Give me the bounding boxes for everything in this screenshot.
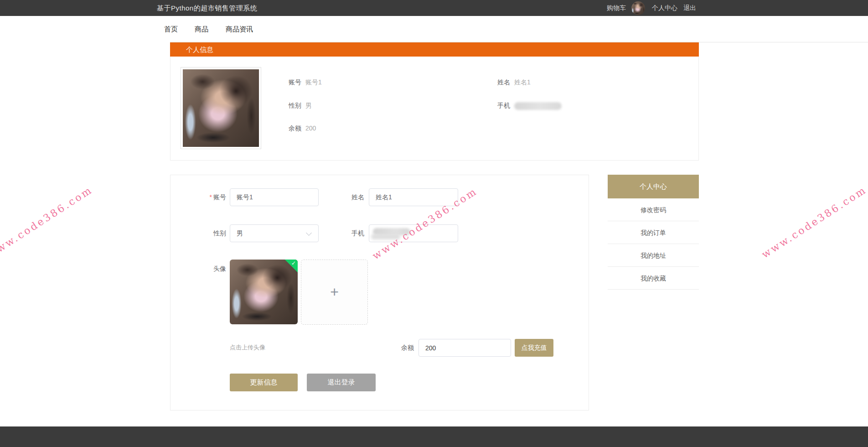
profile-edit-form: *账号 姓名 性别 男 手机 头像 ✓ + 点击上传头像 余额 点我充值 更新信… bbox=[170, 175, 589, 411]
account-input[interactable] bbox=[230, 188, 319, 206]
profile-photo bbox=[183, 69, 259, 147]
plus-icon: + bbox=[330, 283, 339, 300]
account-value: 账号1 bbox=[305, 78, 322, 86]
name-input[interactable] bbox=[369, 188, 458, 206]
app-title: 基于Python的超市销售管理系统 bbox=[157, 0, 257, 16]
sidebar-item-my-address[interactable]: 我的地址 bbox=[608, 244, 699, 267]
profile-gender-row: 性别男 bbox=[289, 101, 312, 110]
recharge-button[interactable]: 点我充值 bbox=[515, 339, 553, 357]
gender-value: 男 bbox=[305, 102, 312, 109]
balance-value: 200 bbox=[305, 125, 316, 132]
profile-name-row: 姓名姓名1 bbox=[497, 78, 531, 87]
account-label: 账号 bbox=[289, 78, 301, 86]
form-gender-label: 性别 bbox=[181, 224, 226, 242]
sidebar-item-change-password[interactable]: 修改密码 bbox=[608, 198, 699, 221]
profile-center-link[interactable]: 个人中心 bbox=[652, 0, 677, 16]
gender-select[interactable]: 男 bbox=[230, 224, 319, 242]
balance-input[interactable] bbox=[418, 339, 511, 357]
section-header: 个人信息 bbox=[170, 42, 699, 57]
watermark: www.code386.com bbox=[760, 184, 868, 260]
section-title: 个人信息 bbox=[186, 42, 213, 57]
chevron-down-icon bbox=[306, 230, 312, 236]
form-account-label: *账号 bbox=[181, 188, 226, 206]
update-info-button[interactable]: 更新信息 bbox=[230, 374, 298, 391]
form-balance-label: 余额 bbox=[368, 339, 414, 357]
logout-link[interactable]: 退出 bbox=[683, 0, 696, 16]
upload-tip: 点击上传头像 bbox=[230, 343, 265, 352]
form-avatar-label: 头像 bbox=[181, 260, 226, 278]
name-label: 姓名 bbox=[497, 78, 510, 86]
required-asterisk: * bbox=[210, 193, 212, 201]
nav-item-home[interactable]: 首页 bbox=[164, 16, 178, 42]
balance-label: 余额 bbox=[289, 125, 301, 132]
cart-link[interactable]: 购物车 bbox=[607, 0, 626, 16]
profile-balance-row: 余额200 bbox=[289, 124, 316, 133]
nav-item-products[interactable]: 商品 bbox=[195, 16, 208, 42]
sidebar-item-my-favorites[interactable]: 我的收藏 bbox=[608, 267, 699, 290]
avatar-thumb-photo bbox=[230, 260, 298, 324]
watermark: www.code386.com bbox=[0, 184, 95, 260]
phone-label: 手机 bbox=[497, 102, 510, 109]
sidebar-item-personal-center[interactable]: 个人中心 bbox=[608, 175, 699, 198]
phone-input[interactable] bbox=[369, 224, 458, 242]
profile-account-row: 账号账号1 bbox=[289, 78, 322, 87]
check-icon: ✓ bbox=[291, 260, 296, 266]
profile-info-card: 账号账号1 性别男 余额200 姓名姓名1 手机 bbox=[170, 57, 699, 161]
main-nav: 首页 商品 商品资讯 bbox=[0, 16, 868, 42]
gender-label: 性别 bbox=[289, 102, 301, 109]
personal-center-menu: 个人中心 修改密码 我的订单 我的地址 我的收藏 bbox=[608, 175, 699, 290]
user-avatar[interactable] bbox=[631, 1, 645, 15]
nav-item-news[interactable]: 商品资讯 bbox=[226, 16, 253, 42]
profile-phone-row: 手机 bbox=[497, 101, 562, 110]
avatar-upload-dropzone[interactable]: + bbox=[301, 260, 368, 325]
uploaded-avatar-thumbnail[interactable]: ✓ bbox=[230, 260, 298, 324]
page-footer bbox=[0, 426, 868, 447]
form-name-label: 姓名 bbox=[328, 188, 364, 206]
sidebar-item-my-orders[interactable]: 我的订单 bbox=[608, 221, 699, 244]
logout-button[interactable]: 退出登录 bbox=[307, 374, 376, 391]
form-phone-label: 手机 bbox=[328, 224, 364, 242]
phone-masked-smear bbox=[371, 234, 400, 239]
phone-masked-value bbox=[514, 102, 562, 110]
topbar: 基于Python的超市销售管理系统 购物车 个人中心 退出 bbox=[0, 0, 868, 16]
profile-photo-frame bbox=[181, 67, 261, 149]
name-value: 姓名1 bbox=[514, 78, 531, 86]
avatar-photo bbox=[631, 1, 645, 15]
